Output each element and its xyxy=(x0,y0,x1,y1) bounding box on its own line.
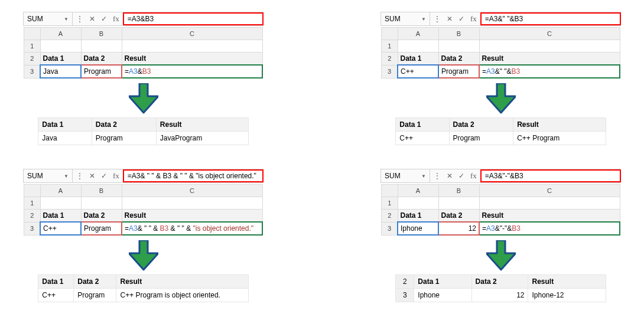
result-cell: C++ xyxy=(38,289,74,302)
col-header[interactable]: C xyxy=(122,185,262,197)
formula-bar: SUM ▼ ⋮ ✕ ✓ fx =A3&"-"&B3 xyxy=(380,169,621,183)
cell-b3[interactable]: 12 xyxy=(438,222,479,235)
enter-icon[interactable]: ✓ xyxy=(101,15,107,23)
fx-icon[interactable]: fx xyxy=(470,171,477,181)
cell-b3[interactable]: Program xyxy=(81,65,122,78)
row-header[interactable]: 2 xyxy=(24,210,41,223)
header-cell[interactable]: Data 2 xyxy=(81,210,122,223)
fx-icon[interactable]: fx xyxy=(113,14,119,24)
header-cell[interactable]: Result xyxy=(479,210,620,223)
formula-bar-buttons: ⋮ ✕ ✓ fx xyxy=(73,169,123,182)
cancel-icon[interactable]: ✕ xyxy=(89,15,95,23)
formula-text: =A3&" "&B3 xyxy=(485,15,523,23)
cell[interactable] xyxy=(438,197,479,210)
name-box[interactable]: SUM ▼ xyxy=(24,169,73,182)
formula-input[interactable]: =A3&"-"&B3 xyxy=(480,169,621,182)
header-cell[interactable]: Data 1 xyxy=(398,210,438,223)
formula-input[interactable]: =A3&B3 xyxy=(123,12,264,25)
row-header[interactable]: 1 xyxy=(382,197,398,210)
col-header[interactable]: A xyxy=(40,185,81,197)
name-box[interactable]: SUM ▼ xyxy=(381,169,430,182)
header-cell[interactable]: Result xyxy=(479,53,620,66)
cell-a3[interactable]: C++ xyxy=(398,65,438,78)
cell[interactable] xyxy=(122,197,262,210)
input-sheet: ABC 1 2Data 1Data 2Result 3 C++ Program … xyxy=(381,27,620,79)
cell-a3[interactable]: C++ xyxy=(40,222,81,235)
cell[interactable] xyxy=(479,40,620,53)
row-header[interactable]: 3 xyxy=(24,222,41,235)
result-sheet: Data 1Data 2Result C++ProgramC++ Program… xyxy=(38,274,248,302)
header-cell[interactable]: Data 1 xyxy=(40,210,81,223)
row-header[interactable]: 2 xyxy=(24,53,41,66)
header-cell[interactable]: Result xyxy=(122,53,262,66)
col-header[interactable]: B xyxy=(438,28,479,40)
enter-icon[interactable]: ✓ xyxy=(101,172,107,180)
cell-c3-editing[interactable]: =A3& " " & B3 & " " & "is object oriente… xyxy=(122,222,262,235)
cell-b3[interactable]: Program xyxy=(438,65,479,78)
result-cell: Iphone-12 xyxy=(528,289,606,302)
header-cell[interactable]: Data 2 xyxy=(81,53,122,66)
cell[interactable] xyxy=(398,197,438,210)
row-header[interactable]: 2 xyxy=(382,210,398,223)
cell[interactable] xyxy=(398,40,438,53)
cancel-icon[interactable]: ✕ xyxy=(447,172,453,180)
result-header: Data 1 xyxy=(38,275,74,289)
result-cell: Program xyxy=(449,132,513,145)
header-cell[interactable]: Data 2 xyxy=(438,53,479,66)
name-box[interactable]: SUM ▼ xyxy=(24,12,73,25)
row-header[interactable]: 3 xyxy=(382,222,398,235)
cell[interactable] xyxy=(40,197,81,210)
enter-icon[interactable]: ✓ xyxy=(458,15,464,23)
formula-input[interactable]: =A3& " " & B3 & " " & "is object oriente… xyxy=(123,169,264,182)
result-header: Data 1 xyxy=(38,118,92,132)
cell-a3[interactable]: Java xyxy=(40,65,81,78)
cell-c3-editing[interactable]: =A3&" "&B3 xyxy=(479,65,620,78)
result-sheet: 2Data 1Data 2Result 3Iphone12Iphone-12 xyxy=(395,274,606,302)
cell-a3[interactable]: Iphone xyxy=(398,222,438,235)
cell-b3[interactable]: Program xyxy=(81,222,122,235)
header-cell[interactable]: Data 1 xyxy=(398,53,438,66)
col-header[interactable]: A xyxy=(40,28,81,40)
formula-text: =A3&B3 xyxy=(128,15,154,23)
cancel-icon[interactable]: ✕ xyxy=(447,15,453,23)
cell[interactable] xyxy=(122,40,262,53)
col-header[interactable]: C xyxy=(122,28,262,40)
col-header[interactable]: B xyxy=(81,28,122,40)
row-header[interactable]: 3 xyxy=(382,65,398,78)
formula-input[interactable]: =A3&" "&B3 xyxy=(480,12,621,25)
header-cell[interactable]: Data 2 xyxy=(438,210,479,223)
name-box[interactable]: SUM ▼ xyxy=(381,12,430,25)
col-header[interactable]: C xyxy=(479,185,620,197)
result-cell: Program xyxy=(74,289,116,302)
cell[interactable] xyxy=(438,40,479,53)
dots-icon: ⋮ xyxy=(76,15,83,23)
row-header[interactable]: 1 xyxy=(24,197,41,210)
row-header[interactable]: 2 xyxy=(382,53,398,66)
cell-c3-editing[interactable]: =A3&B3 xyxy=(122,65,262,78)
enter-icon[interactable]: ✓ xyxy=(458,172,464,180)
chevron-down-icon: ▼ xyxy=(64,17,69,22)
example-concat-sentence: SUM ▼ ⋮ ✕ ✓ fx =A3& " " & B3 & " " & "is… xyxy=(24,169,263,302)
input-sheet: ABC 1 2Data 1Data 2Result 3 C++ Program … xyxy=(24,184,263,236)
row-header[interactable]: 1 xyxy=(24,40,41,53)
row-header[interactable]: 1 xyxy=(382,40,398,53)
fx-icon[interactable]: fx xyxy=(113,171,119,181)
cancel-icon[interactable]: ✕ xyxy=(89,172,95,180)
cell[interactable] xyxy=(40,40,81,53)
header-cell[interactable]: Result xyxy=(122,210,262,223)
fx-icon[interactable]: fx xyxy=(470,14,477,24)
col-header[interactable]: A xyxy=(398,28,438,40)
col-header[interactable]: B xyxy=(438,185,479,197)
cell[interactable] xyxy=(479,197,620,210)
row-header[interactable]: 3 xyxy=(24,65,41,78)
result-sheet: Data 1Data 2Result JavaProgramJavaProgra… xyxy=(38,117,248,145)
cell[interactable] xyxy=(81,40,122,53)
col-header[interactable]: B xyxy=(81,185,122,197)
result-cell: C++ Program is object oriented. xyxy=(116,289,248,302)
col-header[interactable]: A xyxy=(398,185,438,197)
result-header: Data 1 xyxy=(414,275,471,289)
col-header[interactable]: C xyxy=(479,28,620,40)
cell-c3-editing[interactable]: =A3&"-"&B3 xyxy=(479,222,620,235)
header-cell[interactable]: Data 1 xyxy=(40,53,81,66)
cell[interactable] xyxy=(81,197,122,210)
